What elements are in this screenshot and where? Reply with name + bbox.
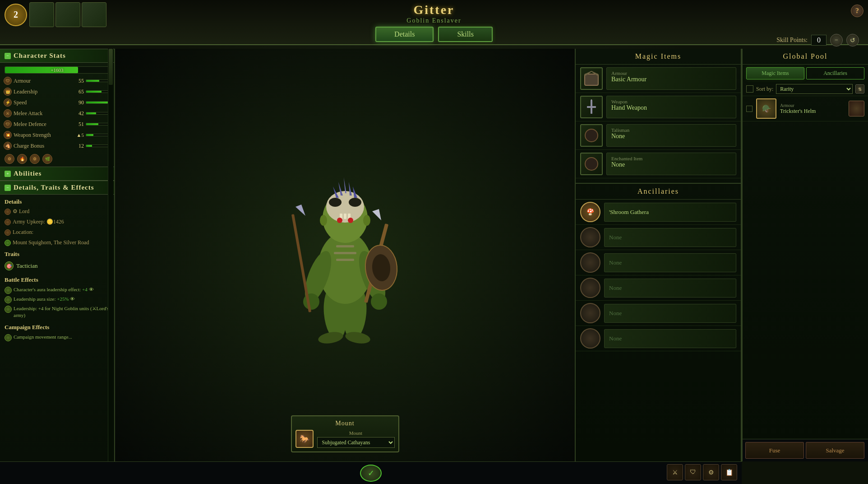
leadership-bar-bg (86, 90, 111, 93)
stat-charge-bonus: 🐴 Charge Bonus 12 (0, 140, 114, 151)
pool-tabs: Magic Items Ancillaries (743, 65, 868, 82)
ancillary-6[interactable]: None (576, 326, 741, 351)
speed-value: 90 (70, 99, 84, 106)
ancillary-5-icon (580, 303, 600, 323)
ancillary-1-content: 'Shroom Gathera (604, 203, 736, 222)
leadership-bar-fill (86, 91, 102, 93)
skill-points-label: Skill Points: (776, 37, 808, 44)
sort-direction-icon[interactable]: ⇅ (855, 84, 864, 93)
campaign-effect-icon-1 (5, 334, 12, 341)
leadership-value: 65 (70, 88, 84, 95)
left-panel-scrollbar[interactable] (108, 49, 113, 461)
svg-rect-8 (336, 259, 354, 261)
svg-rect-19 (344, 214, 346, 219)
card-1[interactable] (29, 2, 54, 27)
ancillary-3[interactable]: None (576, 250, 741, 275)
ancillary-1[interactable]: 🍄 'Shroom Gathera (576, 200, 741, 225)
magic-items-title: Magic Items (576, 49, 741, 65)
ancillary-5-name: None (609, 310, 622, 317)
enchanted-slot-category: Enchanted Item (611, 156, 731, 161)
xp-bar-bg: +1603 (5, 66, 110, 74)
weapon-strength-value: ▲5 (70, 132, 84, 138)
help-button[interactable]: ? (851, 5, 863, 17)
confirm-button[interactable]: ✓ (360, 465, 382, 482)
svg-marker-24 (344, 177, 346, 193)
sp-plus-btn[interactable]: ↺ (846, 34, 859, 47)
pool-tab-magic[interactable]: Magic Items (746, 67, 804, 79)
ancillary-5-content: None (604, 304, 736, 323)
left-panel: − Character Stats +1603 🛡 Armour 55 👑 Le… (0, 49, 115, 461)
speed-icon: ⚡ (4, 98, 12, 107)
location-gear-icon (5, 229, 11, 236)
br-icon-4[interactable]: 📋 (721, 464, 737, 480)
mount-content: 🐎 Mount Subjugated Cathayans None (295, 430, 395, 448)
goblin-figure (282, 123, 408, 358)
ancillary-5[interactable]: None (576, 301, 741, 326)
abilities-plus-icon[interactable]: + (5, 171, 11, 177)
ability-icon-2[interactable]: 🔥 (17, 154, 27, 164)
slot-armour[interactable]: Armour Basic Armour (576, 65, 741, 93)
melee-defence-label: Melee Defence (14, 121, 69, 128)
ancillary-2-icon (580, 227, 600, 247)
section-minus-icon[interactable]: − (5, 53, 11, 59)
trait-tactician[interactable]: 🎯 Tactician (5, 260, 110, 272)
talisman-slot-icon (580, 124, 603, 147)
traits-section: Traits 🎯 Tactician (0, 248, 114, 275)
slot-weapon[interactable]: Weapon Hand Weapon (576, 93, 741, 121)
mount-icon: 🐎 (295, 430, 314, 448)
card-2[interactable] (55, 2, 80, 27)
card-3[interactable] (82, 2, 106, 27)
location-label-text: Location: (13, 229, 33, 236)
ability-icon-4[interactable]: 🌿 (42, 154, 52, 164)
svg-point-34 (320, 215, 327, 226)
sort-checkbox[interactable] (746, 85, 753, 93)
equipment-panel: Magic Items Armour Basic Armour Weapon H… (575, 49, 742, 461)
slot-enchanted[interactable]: Enchanted Item None (576, 150, 741, 178)
tab-skills[interactable]: Skills (438, 27, 492, 42)
ancillary-4[interactable]: None (576, 275, 741, 301)
melee-attack-icon: ⚔ (4, 109, 12, 117)
svg-point-12 (371, 293, 387, 310)
weapon-item-icon (582, 98, 600, 116)
pool-tab-ancillaries[interactable]: Ancillaries (806, 67, 864, 79)
br-icon-3[interactable]: ⚙ (703, 464, 719, 480)
charge-bonus-bar-fill (86, 145, 92, 147)
tab-details[interactable]: Details (375, 27, 434, 42)
detail-location-name: Mount Squighorn, The Silver Road (0, 237, 114, 248)
sort-select[interactable]: Rarity Name Type (776, 84, 853, 94)
pool-item-1-checkbox[interactable] (746, 106, 753, 112)
br-icon-1[interactable]: ⚔ (667, 464, 683, 480)
ancillary-2[interactable]: None (576, 225, 741, 250)
ability-icon-1[interactable]: ⚙ (5, 154, 14, 164)
armour-item-icon (582, 70, 600, 88)
xp-value: +1603 (51, 67, 63, 73)
ancillary-3-icon (580, 252, 600, 273)
svg-rect-28 (291, 214, 311, 312)
character-figure (115, 66, 575, 415)
ability-icon-3[interactable]: ⚙ (30, 154, 40, 164)
salvage-button[interactable]: Salvage (806, 442, 864, 459)
ancillaries-title: Ancillaries (576, 183, 741, 200)
ability-icons-row: ⚙ 🔥 ⚙ 🌿 (0, 151, 114, 167)
effect-1: Character's aura leadership effect: +4 👁 (5, 285, 110, 295)
fuse-button[interactable]: Fuse (745, 442, 804, 459)
slot-talisman[interactable]: Talisman None (576, 121, 741, 150)
army-badge[interactable]: 2 (5, 4, 27, 26)
melee-attack-bar-fill (86, 112, 96, 114)
br-icon-2[interactable]: 🛡 (685, 464, 701, 480)
effect-2: Leadership aura size: +25% 👁 (5, 295, 110, 304)
mount-select[interactable]: Subjugated Cathayans None (317, 437, 395, 448)
details-title: Details, Traits & Effects (14, 184, 94, 191)
tactician-icon: 🎯 (5, 261, 14, 270)
detail-lord: ⚙ Lord (0, 206, 114, 217)
effect-icon-2 (5, 296, 12, 303)
weapon-strength-bar-bg (86, 134, 111, 136)
bottom-right-icons: ⚔ 🛡 ⚙ 📋 (667, 464, 737, 480)
details-label: Details (5, 198, 22, 205)
details-minus-icon[interactable]: − (5, 185, 11, 191)
sp-minus-btn[interactable]: − (830, 34, 843, 47)
svg-rect-39 (587, 106, 596, 108)
pool-item-1[interactable]: 🪖 Armour Trickster's Helm (743, 96, 868, 121)
pool-item-1-info: Armour Trickster's Helm (780, 103, 845, 115)
svg-point-17 (349, 198, 361, 207)
